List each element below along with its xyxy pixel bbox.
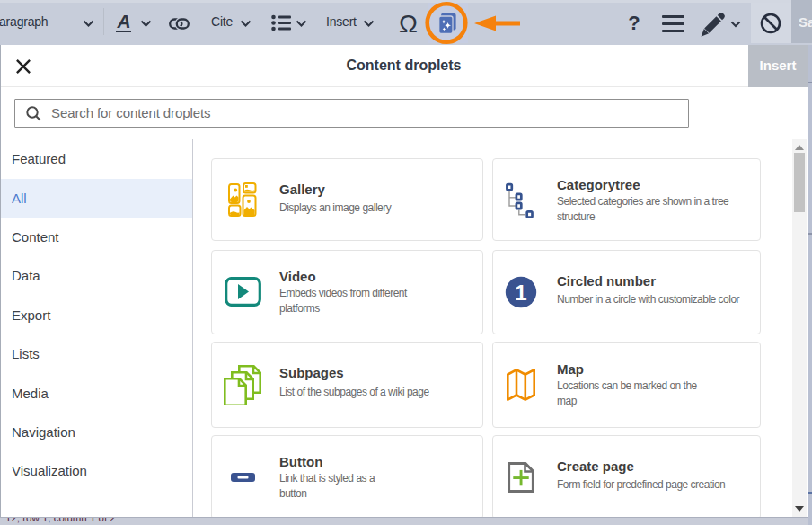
svg-text:1: 1 bbox=[515, 280, 526, 304]
